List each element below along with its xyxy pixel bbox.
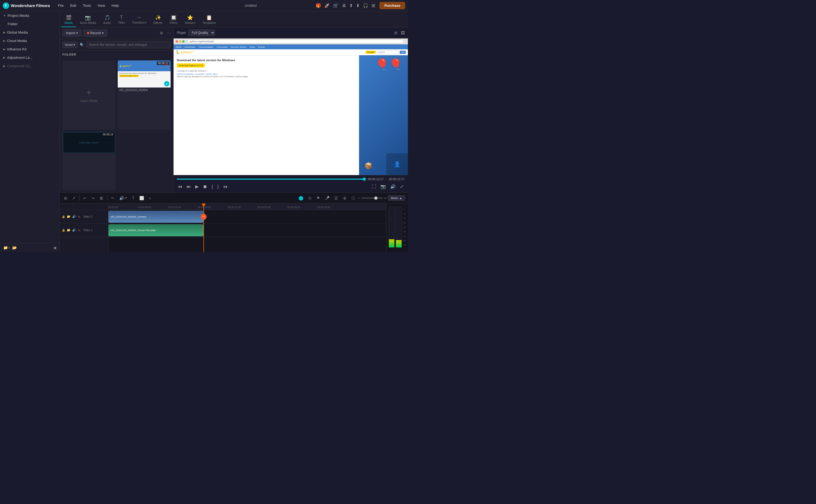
next-clip-button[interactable] [366,186,369,188]
sidebar-item-folder[interactable]: Folder [0,20,59,28]
filter-icon[interactable]: ⚙ [160,31,163,35]
tl-more-button[interactable]: » [147,195,153,201]
zoom-out-button[interactable]: − [358,196,360,200]
tab-titles[interactable]: T Titles [115,13,128,27]
track-folder-icon-2[interactable]: 📁 [67,215,70,218]
grid-preview-icon[interactable]: ⊞ [394,31,398,35]
tl-add-track-button[interactable]: ⊞ [62,195,69,201]
track-eye-icon-1[interactable]: 👁 [77,229,80,232]
tl-playhead-button[interactable]: ⬤ [297,195,305,201]
media-duration-1: 00:00:12 [157,62,169,65]
content-area: 🎬 Media 📷 Stock Media 🎵 Audio T Titles ↔… [60,11,408,252]
track-folder-icon-1[interactable]: 📁 [67,228,70,232]
import-button[interactable]: Import ▾ [62,30,81,37]
sidebar-item-cloud-media[interactable]: ▶ Cloud Media [0,37,59,45]
upload-icon[interactable]: ⬆ [349,3,353,8]
add-folder-icon[interactable]: 📁+ [3,245,10,250]
snapshot-icon[interactable]: 🖼 [401,31,405,35]
media-file-1[interactable]: 🐍 python™ Download the latest version fo… [118,60,171,130]
stop-button[interactable]: ⏹ [202,183,208,190]
send-icon[interactable]: 🚀 [324,3,330,8]
sidebar: ▼ Project Media Folder ▶ Global Media ▶ … [0,11,60,252]
tl-cut-button[interactable]: ✂ [109,195,116,201]
zoom-thumb[interactable] [374,196,378,200]
tab-templates[interactable]: 📋 Templates [199,13,219,27]
track-volume-icon-1[interactable]: 🔊 [72,228,76,232]
tab-audio[interactable]: 🎵 Audio [100,13,114,27]
download-icon[interactable]: ⬇ [356,3,360,8]
media-file-2[interactable]: Code Editor Screen 00:00:19 [62,132,115,190]
tab-stock-media[interactable]: 📷 Stock Media [76,13,99,27]
tl-track-list-button[interactable]: ☰ [333,195,340,201]
go-start-button[interactable]: ⏮ [177,183,183,190]
track-row-video1: VID_20241010_063504_Screen Recorder [108,224,386,237]
smart-button[interactable]: Smart ▾ [62,42,77,48]
zoom-slider[interactable] [361,198,383,199]
track-volume-icon-2[interactable]: 🔊 [72,215,76,218]
sidebar-item-compound[interactable]: ▶ Compound Cli... [0,62,59,70]
tl-delete-button[interactable]: 🗑 [98,195,105,201]
video-clip-camera[interactable]: VID_20241010_063504_Camera [108,211,203,223]
volume-button[interactable]: 🔊 [389,183,397,190]
sidebar-item-project-media[interactable]: ▼ Project Media [0,11,59,20]
sidebar-label-global-media: Global Media [7,30,28,34]
tl-redo-button[interactable]: ↪ [90,195,96,201]
fullscreen-button[interactable]: ⛶ [371,183,377,190]
audio-tab-icon: 🎵 [104,15,110,21]
monitor-icon[interactable]: 🖥 [342,3,346,8]
tl-screen-button[interactable]: 🖥 [341,195,348,201]
tab-filters[interactable]: 🔲 Filters [166,13,181,27]
tl-ripple-button[interactable]: ⊙ [307,195,313,201]
resize-button[interactable]: ⤢ [399,183,405,190]
donate-button[interactable]: Donate [366,51,376,54]
mark-out-button[interactable]: } [216,183,220,190]
sidebar-item-adjustment[interactable]: ▶ Adjustment La... [0,53,59,62]
tab-effects[interactable]: ✨ Effects [150,13,166,27]
menu-file[interactable]: File [55,2,66,9]
tl-audio-detach-button[interactable]: 🔊↗ [118,195,129,201]
grid-icon[interactable]: ⊞ [372,3,375,8]
mark-in-button[interactable]: { [211,183,214,190]
play-button[interactable]: ▶ [194,183,199,190]
gift-icon[interactable]: 🎁 [316,3,321,8]
snapshot-button[interactable]: 📷 [379,183,387,190]
quality-select[interactable]: Full Quality [188,30,215,36]
track-header-video1: 🔒 📁 🔊 👁 Video 1 [60,224,108,237]
tab-stickers[interactable]: ⭐ Stickers [181,13,198,27]
sidebar-item-influence-kit[interactable]: ▶ Influence Kit [0,45,59,53]
download-python-button[interactable]: Download Python 3.11.0 [177,63,205,67]
sidebar-item-global-media[interactable]: ▶ Global Media [0,28,59,37]
record-button[interactable]: Record ▾ [83,30,107,37]
site-search-input[interactable] [377,50,399,54]
meter-button[interactable]: Meter ▲ [388,195,405,201]
menu-edit[interactable]: Edit [67,2,79,9]
progress-thumb[interactable] [363,177,366,181]
menu-tools[interactable]: Tools [80,2,93,9]
scissors-icon[interactable]: ✂ [201,214,207,220]
progress-track[interactable] [177,179,366,180]
tl-undo-button[interactable]: ↩ [82,195,88,201]
purchase-button[interactable]: Purchase [379,2,405,9]
folder-icon[interactable]: 📂 [12,245,17,250]
tl-marker-button[interactable]: ⚑ [315,195,322,201]
cart-icon[interactable]: 🛒 [333,3,338,8]
tl-voiceover-button[interactable]: 🎤 [323,195,331,201]
headphone-icon[interactable]: 🎧 [363,3,368,8]
collapse-icon[interactable]: ◀ [53,245,56,250]
frame-back-button[interactable]: ⏭̶ [185,183,192,190]
search-input[interactable] [86,41,170,48]
zoom-in-button[interactable]: + [384,196,386,200]
menu-view[interactable]: View [95,2,108,9]
import-media-item[interactable]: + Import Media [62,60,115,130]
tl-text-button[interactable]: T [130,195,136,201]
prev-clip-button[interactable]: ⏮ [222,183,229,190]
video-clip-screen[interactable]: VID_20241010_063504_Screen Recorder [108,224,203,236]
track-eye-icon-2[interactable]: 👁 [77,215,80,218]
tab-transitions[interactable]: ↔ Transitions [129,13,150,27]
tab-media[interactable]: 🎬 Media [61,13,76,27]
tl-insert-button[interactable]: ⬡ [350,195,356,201]
more-options-icon[interactable]: ··· [167,31,170,35]
tl-magnet-button[interactable]: ↗ [70,195,77,201]
menu-help[interactable]: Help [109,2,121,9]
tl-crop-button[interactable]: ⬜ [138,195,146,201]
